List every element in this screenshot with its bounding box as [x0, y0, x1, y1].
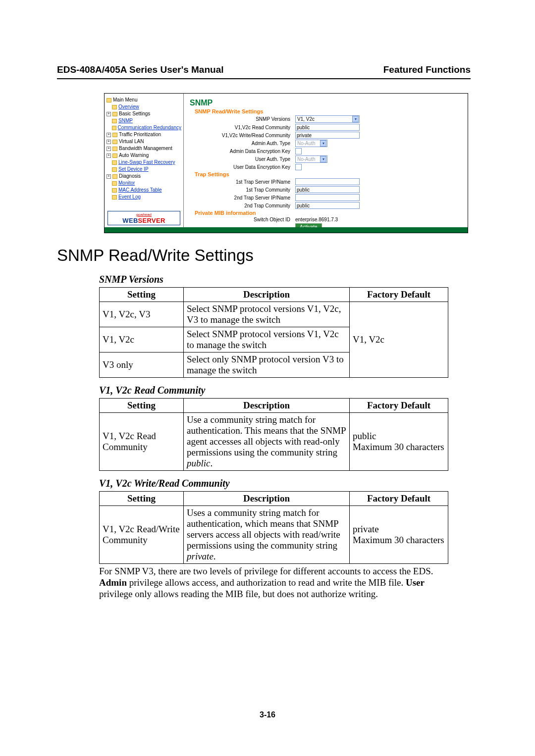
label-read-community: V1,V2c Read Community [189, 125, 295, 130]
cell-factory-default: V1, V2c [350, 302, 448, 378]
subheading-write-community: V1, V2c Write/Read Community [99, 478, 471, 489]
folder-icon [112, 126, 116, 130]
table-row: V1, V2c, V3 Select SNMP protocol version… [100, 302, 448, 327]
expand-icon[interactable]: + [107, 153, 111, 158]
snmp-heading: SNMP [190, 99, 463, 107]
manual-title: EDS-408A/405A Series User's Manual [57, 64, 223, 75]
label-snmp-versions: SNMP Versions [189, 116, 295, 122]
section-mib-info: Private MIB information [195, 210, 463, 216]
cell-description: Select SNMP protocol versions V1, V2c to… [184, 327, 350, 353]
cell-setting: V1, V2c, V3 [100, 302, 184, 327]
paragraph-snmp-v3: For SNMP V3, there are two levels of pri… [99, 566, 448, 600]
subheading-snmp-versions: SNMP Versions [99, 274, 471, 285]
tree-virtual-lan[interactable]: +Virtual LAN [107, 138, 181, 145]
tree-label: Event Log [118, 194, 141, 201]
select-value: No-Auth [297, 156, 316, 162]
cell-setting: V3 only [100, 353, 184, 378]
expand-icon[interactable]: + [107, 112, 111, 116]
label-user-auth: User Auth. Type [189, 156, 295, 162]
tree-bandwidth-management[interactable]: +Bandwidth Management [107, 145, 181, 152]
label-user-key: User Data Encryption Key [189, 164, 295, 170]
checkbox-user-key[interactable] [295, 164, 302, 170]
webserver-logo: goahead WEBSERVER [107, 211, 180, 225]
label-admin-auth: Admin Auth. Type [189, 141, 295, 146]
tree-label: Diagnosis [119, 173, 141, 180]
label-admin-key: Admin Data Encryption Key [189, 149, 295, 154]
tree-label: Monitor [118, 180, 135, 187]
input-trap1-ip[interactable] [295, 178, 360, 185]
tree-snmp[interactable]: SNMP [112, 117, 181, 124]
tree-line-swap[interactable]: Line-Swap Fast Recovery [112, 159, 181, 166]
tree-diagnosis[interactable]: +Diagnosis [107, 173, 181, 180]
tree-monitor[interactable]: Monitor [112, 180, 181, 187]
tree-basic-settings[interactable]: +Basic Settings [107, 110, 181, 117]
brand-web: WEB [122, 217, 138, 224]
tree-label: Main Menu [113, 97, 137, 103]
tree-traffic-prioritization[interactable]: +Traffic Prioritization [107, 131, 181, 138]
th-description: Description [184, 399, 350, 413]
folder-icon [112, 119, 117, 123]
value-switch-oid: enterprise.8691.7.3 [295, 217, 338, 222]
tree-auto-warning[interactable]: +Auto Warning [107, 152, 181, 159]
tree-label: Basic Settings [119, 110, 150, 117]
select-admin-auth[interactable]: No-Auth▾ [295, 140, 327, 147]
tree-main-menu[interactable]: Main Menu [107, 97, 181, 103]
chevron-down-icon: ▾ [352, 116, 359, 122]
tree-event-log[interactable]: Event Log [112, 194, 181, 201]
row-trap1-community: 1st Trap Community public [189, 186, 463, 193]
section-trap-settings: Trap Settings [195, 171, 463, 177]
checkbox-admin-key[interactable] [295, 148, 302, 154]
expand-icon[interactable]: + [107, 133, 111, 137]
folder-icon [112, 160, 117, 165]
input-trap1-community[interactable]: public [295, 186, 360, 193]
input-write-community[interactable]: private [295, 132, 360, 139]
tree-overview[interactable]: Overview [112, 103, 181, 110]
cell-factory-default: private Maximum 30 characters [350, 506, 448, 564]
row-admin-key: Admin Data Encryption Key [189, 148, 463, 154]
row-write-community: V1,V2c Write/Read Community private [189, 132, 463, 139]
row-trap2-community: 2nd Trap Community public [189, 202, 463, 209]
label-write-community: V1,V2c Write/Read Community [189, 133, 295, 138]
tree-mac-table[interactable]: MAC Address Table [112, 187, 181, 194]
goahead-label: goahead [108, 212, 180, 217]
folder-icon [112, 174, 117, 179]
row-read-community: V1,V2c Read Community public [189, 124, 463, 131]
expand-icon[interactable]: + [107, 174, 111, 179]
tree-comm-redundancy[interactable]: Communication Redundancy [112, 124, 181, 131]
select-user-auth[interactable]: No-Auth▾ [295, 155, 327, 163]
input-trap2-ip[interactable] [295, 194, 360, 201]
folder-icon [112, 112, 117, 116]
input-trap2-community[interactable]: public [295, 202, 360, 209]
label-trap2-ip: 2nd Trap Server IP/Name [189, 195, 295, 201]
folder-icon [112, 105, 117, 109]
page-number: 3-16 [0, 710, 535, 719]
cell-setting: V1, V2c [100, 327, 184, 353]
expand-icon[interactable]: + [107, 140, 111, 144]
th-factory-default: Factory Default [350, 288, 448, 302]
row-admin-auth: Admin Auth. Type No-Auth▾ [189, 140, 463, 147]
label-trap1-community: 1st Trap Community [189, 187, 295, 193]
label-trap2-community: 2nd Trap Community [189, 203, 295, 208]
snmp-screenshot: Main Menu Overview +Basic Settings SNMP … [104, 93, 468, 233]
tree-label: Line-Swap Fast Recovery [118, 159, 175, 166]
input-read-community[interactable]: public [295, 124, 360, 131]
row-trap1-ip: 1st Trap Server IP/Name [189, 178, 463, 185]
cell-description: Use a community string match for authent… [184, 413, 350, 471]
tree-label: Virtual LAN [119, 138, 144, 145]
folder-icon [112, 195, 117, 200]
folder-icon [112, 181, 117, 186]
table-read-community: Setting Description Factory Default V1, … [99, 398, 448, 471]
tree-label: Traffic Prioritization [119, 131, 161, 138]
tree-set-device-ip[interactable]: Set Device IP [112, 166, 181, 173]
page-header: EDS-408A/405A Series User's Manual Featu… [57, 64, 471, 79]
select-snmp-versions[interactable]: V1, V2c▾ [295, 115, 360, 123]
cell-setting: V1, V2c Read Community [100, 413, 184, 471]
cell-setting: V1, V2c Read/Write Community [100, 506, 184, 564]
expand-icon[interactable]: + [107, 147, 111, 151]
tree-label: Bandwidth Management [119, 145, 172, 152]
chevron-down-icon: ▾ [320, 140, 326, 147]
tree-label: Communication Redundancy [118, 124, 181, 131]
select-value: V1, V2c [297, 116, 315, 122]
th-description: Description [184, 288, 350, 302]
folder-icon [112, 147, 117, 151]
